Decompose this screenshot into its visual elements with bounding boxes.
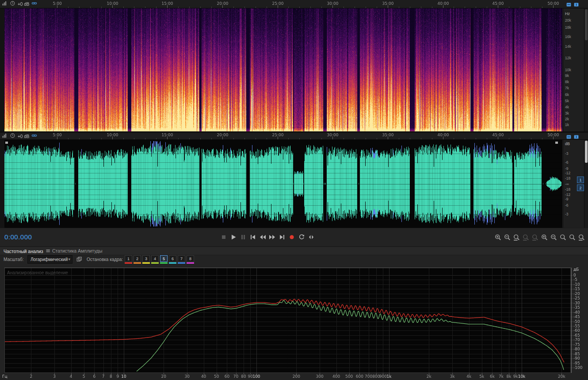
zoom-in-amplitude-button[interactable] [541, 234, 548, 241]
frequency-scale-label: 18k [565, 25, 571, 30]
frequency-scale-label: 10k [565, 68, 571, 72]
reset-all-zoom-button[interactable] [578, 234, 585, 241]
time-display[interactable]: 0:00.000 [4, 233, 32, 241]
waveform-vertical-scrollbar[interactable] [584, 140, 588, 228]
scale-dropdown[interactable]: Логарифмический ▾ [27, 255, 73, 264]
frequency-scale[interactable]: Hz 20k18k16k14k12k10k9k8k7k6k5k4k3k2k1k [563, 8, 584, 131]
frame-hold-button-3[interactable]: 3 [142, 255, 150, 264]
hold-color-swatch [142, 262, 150, 264]
hold-color-swatch [187, 262, 194, 264]
zoom-to-selection-button[interactable] [513, 234, 520, 241]
frequency-scale-label: 20k [565, 18, 571, 23]
selection-grip-left[interactable] [5, 142, 8, 144]
hold-color-swatch [160, 262, 168, 264]
record-button[interactable] [288, 234, 295, 241]
hold-color-swatch [134, 262, 141, 264]
tab-label: Частотный анализ [4, 249, 43, 254]
clock-icon[interactable] [10, 0, 15, 8]
amplitude-scale-label: -3 [565, 212, 569, 216]
amplitude-scale-unit: dB [565, 142, 570, 146]
scale-dropdown-value: Логарифмический [31, 257, 68, 262]
stop-button[interactable] [220, 234, 227, 241]
fast-forward-button[interactable] [268, 234, 276, 241]
amplitude-scale[interactable]: dB -3-6-9-12-18-∞-18-12-9-6-3 [563, 140, 584, 228]
hold-color-swatch [125, 262, 132, 264]
spectrogram-vertical-scrollbar[interactable] [584, 8, 588, 131]
frame-hold-button-5[interactable]: 5 [160, 255, 168, 264]
link-icon[interactable] [31, 132, 37, 140]
move-previous-button[interactable] [249, 234, 256, 241]
hold-button-label: 4 [151, 255, 159, 262]
audition-waveform-editor-window: +0 dB Hz 20k18k16k14k12k10k9k8k7k6k5k4k3… [0, 0, 588, 380]
scrollbar-thumb[interactable] [585, 141, 588, 163]
hold-button-label: 5 [160, 255, 168, 262]
hold-color-swatch [178, 262, 185, 264]
waveform-timeline-ruler[interactable] [0, 133, 588, 140]
pause-button[interactable] [239, 234, 247, 241]
frequency-scale-label: 12k [565, 56, 571, 60]
frequency-scale-label: 14k [565, 44, 571, 49]
channel-2-button[interactable]: 2 [577, 184, 584, 191]
frequency-scale-label: 16k [565, 35, 571, 39]
link-icon[interactable] [31, 0, 37, 8]
play-button[interactable] [229, 234, 237, 241]
scale-label: Масштаб: [4, 257, 24, 262]
frame-hold-button-2[interactable]: 2 [134, 255, 141, 264]
frame-hold-button-4[interactable]: 4 [151, 255, 159, 264]
frame-hold-button-7[interactable]: 7 [178, 255, 185, 264]
amplitude-scale-label: -∞ [565, 182, 569, 186]
frame-hold-buttons: 12345678 [125, 255, 194, 264]
frequency-scale-label: 3k [565, 111, 569, 115]
spectrogram-timeline-ruler[interactable] [0, 0, 588, 8]
frame-hold-button-1[interactable]: 1 [125, 255, 132, 264]
spectrogram-ruler-controls: +0 dB [2, 1, 37, 7]
clock-icon[interactable] [10, 132, 15, 140]
amplitude-scale-label: -18 [565, 187, 570, 192]
gain-adjust-value[interactable]: +0 dB [18, 2, 29, 7]
hold-button-label: 8 [187, 255, 194, 262]
loop-playback-button[interactable] [298, 234, 305, 241]
frequency-analysis-chart[interactable] [0, 265, 588, 380]
zoom-selection-in-point-button[interactable] [522, 234, 530, 241]
hold-button-label: 3 [142, 255, 150, 262]
frequency-scale-label: 4k [565, 105, 569, 109]
spectrogram-left-gutter [0, 8, 4, 131]
frequency-scale-label: 5k [565, 99, 569, 103]
chevron-down-icon: ▾ [68, 257, 70, 261]
move-next-button[interactable] [278, 234, 286, 241]
skip-selection-button[interactable] [307, 234, 315, 241]
waveform-display[interactable] [4, 140, 562, 228]
zoom-out-time-button[interactable] [504, 234, 511, 241]
amplitude-scale-label: -6 [565, 160, 569, 165]
channel-1-button[interactable]: 1 [577, 177, 584, 183]
amplitude-scale-label: -9 [565, 197, 569, 201]
scrollbar-thumb[interactable] [585, 9, 588, 40]
tab-amplitude-statistics[interactable]: Статистика Амплитуды [52, 248, 102, 253]
zoom-selection-out-point-button[interactable] [531, 234, 539, 241]
frame-hold-button-6[interactable]: 6 [169, 255, 176, 264]
reset-vertical-zoom-button[interactable] [569, 234, 576, 241]
frequency-scale-label: 2k [565, 117, 569, 121]
frequency-scale-label: 7k [565, 86, 569, 90]
zoom-in-time-button[interactable] [494, 234, 502, 241]
zoom-full-button[interactable] [559, 234, 567, 241]
zoom-out-amplitude-button[interactable] [550, 234, 557, 241]
frame-hold-button-8[interactable]: 8 [187, 255, 194, 264]
waveform-left-gutter [0, 140, 4, 228]
frequency-scale-label: 1k [565, 123, 569, 127]
tab-frequency-analysis[interactable]: Частотный анализ [4, 248, 51, 254]
selection-grip-right[interactable] [555, 142, 558, 144]
zoom-toolbar [494, 234, 585, 241]
copy-graph-icon[interactable] [76, 256, 82, 264]
amplitude-scale-label: -3 [565, 151, 569, 156]
levels-icon[interactable] [2, 132, 8, 140]
panel-menu-icon[interactable] [46, 248, 51, 254]
levels-icon[interactable] [2, 0, 8, 8]
transport-buttons [220, 234, 315, 241]
spectrogram-display[interactable] [4, 8, 562, 131]
gain-adjust-value[interactable]: +0 dB [18, 134, 29, 139]
amplitude-scale-label: -12 [565, 171, 570, 175]
rewind-button[interactable] [259, 234, 266, 241]
hold-color-swatch [151, 262, 159, 264]
amplitude-scale-label: -9 [565, 166, 569, 171]
